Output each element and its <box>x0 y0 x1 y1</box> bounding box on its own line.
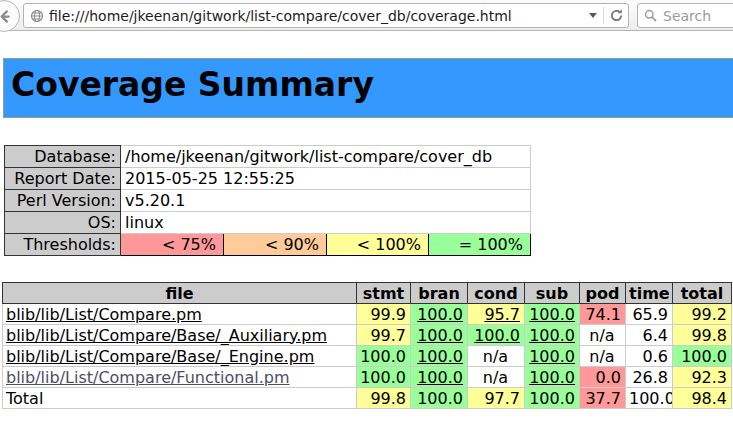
coverage-detail-link[interactable]: 100.0 <box>417 347 463 366</box>
column-header-cond: cond <box>468 283 525 304</box>
stmt-cell: 99.8 <box>357 388 411 409</box>
threshold-cell: = 100% <box>429 234 531 256</box>
file-cell: blib/lib/List/Compare.pm <box>3 304 357 325</box>
total-cell: 98.4 <box>673 388 732 409</box>
info-value: 2015-05-25 12:55:25 <box>121 168 531 190</box>
file-cell: blib/lib/List/Compare/Base/_Engine.pm <box>3 346 357 367</box>
search-placeholder: Search <box>663 8 711 24</box>
time-cell: 65.9 <box>626 304 673 325</box>
bran-cell: 100.0 <box>411 388 468 409</box>
chevron-down-icon[interactable] <box>589 13 597 18</box>
info-row: Perl Version:v5.20.1 <box>5 190 531 212</box>
column-header-pod: pod <box>580 283 626 304</box>
info-label: Database: <box>5 146 121 168</box>
total-cell: 100.0 <box>673 346 732 367</box>
cond-cell: 97.7 <box>468 388 525 409</box>
info-row: Database:/home/jkeenan/gitwork/list-comp… <box>5 146 531 168</box>
threshold-cell: < 100% <box>327 234 429 256</box>
file-link[interactable]: blib/lib/List/Compare/Base/_Engine.pm <box>6 347 314 366</box>
globe-icon <box>30 9 44 23</box>
threshold-cell: < 90% <box>224 234 327 256</box>
table-row: blib/lib/List/Compare/Functional.pm100.0… <box>3 367 732 388</box>
file-link[interactable]: blib/lib/List/Compare/Base/_Auxiliary.pm <box>6 326 327 345</box>
info-row: OS:linux <box>5 212 531 234</box>
time-cell: 0.6 <box>626 346 673 367</box>
page-title: Coverage Summary <box>3 58 733 118</box>
table-row: blib/lib/List/Compare/Base/_Auxiliary.pm… <box>3 325 732 346</box>
column-header-total: total <box>673 283 732 304</box>
divider <box>603 7 604 24</box>
coverage-detail-link[interactable]: 100.0 <box>529 347 575 366</box>
search-icon <box>644 9 657 22</box>
pod-cell: 74.1 <box>580 304 626 325</box>
coverage-detail-link[interactable]: 100.0 <box>529 368 575 387</box>
info-value: /home/jkeenan/gitwork/list-compare/cover… <box>121 146 531 168</box>
cond-cell: 95.7 <box>468 304 525 325</box>
coverage-detail-link[interactable]: 100.0 <box>529 326 575 345</box>
total-cell: 99.8 <box>673 325 732 346</box>
sub-cell: 100.0 <box>525 304 580 325</box>
coverage-detail-link[interactable]: 95.7 <box>484 305 520 324</box>
coverage-table: filestmtbrancondsubpodtimetotal blib/lib… <box>2 282 732 409</box>
cond-cell: n/a <box>468 367 525 388</box>
coverage-detail-link[interactable]: 100.0 <box>529 305 575 324</box>
coverage-detail-link[interactable]: 100.0 <box>417 326 463 345</box>
info-label: OS: <box>5 212 121 234</box>
column-header-time: time <box>626 283 673 304</box>
info-value: linux <box>121 212 531 234</box>
pod-cell: n/a <box>580 325 626 346</box>
reload-icon[interactable] <box>609 8 624 23</box>
sub-cell: 100.0 <box>525 367 580 388</box>
pod-cell: 0.0 <box>580 367 626 388</box>
total-cell: 99.2 <box>673 304 732 325</box>
page-content: Coverage Summary Database:/home/jkeenan/… <box>0 31 733 434</box>
coverage-detail-link[interactable]: 100.0 <box>417 368 463 387</box>
time-cell: 100.0 <box>626 388 673 409</box>
threshold-cell: < 75% <box>121 234 224 256</box>
info-value: v5.20.1 <box>121 190 531 212</box>
coverage-header-row: filestmtbrancondsubpodtimetotal <box>3 283 732 304</box>
sub-cell: 100.0 <box>525 388 580 409</box>
stmt-cell: 99.9 <box>357 304 411 325</box>
table-row: blib/lib/List/Compare.pm99.9100.095.7100… <box>3 304 732 325</box>
browser-window: file:///home/jkeenan/gitwork/list-compar… <box>0 0 733 434</box>
info-label: Perl Version: <box>5 190 121 212</box>
file-link[interactable]: blib/lib/List/Compare/Functional.pm <box>6 368 290 387</box>
bran-cell: 100.0 <box>411 346 468 367</box>
url-text[interactable]: file:///home/jkeenan/gitwork/list-compar… <box>49 8 587 24</box>
report-info-table: Database:/home/jkeenan/gitwork/list-comp… <box>4 145 531 256</box>
file-cell: blib/lib/List/Compare/Functional.pm <box>3 367 357 388</box>
table-row: blib/lib/List/Compare/Base/_Engine.pm100… <box>3 346 732 367</box>
cond-cell: 100.0 <box>468 325 525 346</box>
back-icon <box>0 9 12 24</box>
address-bar[interactable]: file:///home/jkeenan/gitwork/list-compar… <box>23 3 629 28</box>
coverage-detail-link[interactable]: 100.0 <box>417 305 463 324</box>
pod-cell: n/a <box>580 346 626 367</box>
total-label: Total <box>6 389 43 408</box>
sub-cell: 100.0 <box>525 346 580 367</box>
pod-cell: 37.7 <box>580 388 626 409</box>
back-button[interactable] <box>0 0 20 32</box>
total-cell: 92.3 <box>673 367 732 388</box>
column-header-sub: sub <box>525 283 580 304</box>
cond-cell: n/a <box>468 346 525 367</box>
info-label: Thresholds: <box>5 234 121 256</box>
table-row: Total99.8100.097.7100.037.7100.098.4 <box>3 388 732 409</box>
sub-cell: 100.0 <box>525 325 580 346</box>
file-cell: blib/lib/List/Compare/Base/_Auxiliary.pm <box>3 325 357 346</box>
stmt-cell: 99.7 <box>357 325 411 346</box>
file-cell: Total <box>3 388 357 409</box>
stmt-cell: 100.0 <box>357 367 411 388</box>
time-cell: 26.8 <box>626 367 673 388</box>
column-header-bran: bran <box>411 283 468 304</box>
bran-cell: 100.0 <box>411 325 468 346</box>
time-cell: 6.4 <box>626 325 673 346</box>
bran-cell: 100.0 <box>411 304 468 325</box>
coverage-detail-link[interactable]: 100.0 <box>474 326 520 345</box>
info-label: Report Date: <box>5 168 121 190</box>
column-header-file: file <box>3 283 357 304</box>
search-input[interactable]: Search <box>637 3 733 28</box>
bran-cell: 100.0 <box>411 367 468 388</box>
thresholds-row: Thresholds:< 75%< 90%< 100%= 100% <box>5 234 531 256</box>
file-link[interactable]: blib/lib/List/Compare.pm <box>6 305 202 324</box>
